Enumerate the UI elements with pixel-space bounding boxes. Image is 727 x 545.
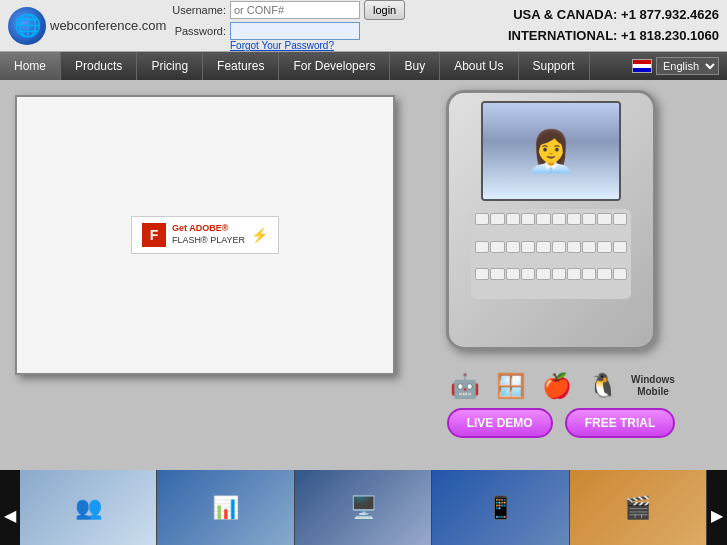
thumb-img-inner-2: 📊 [157,470,293,545]
logo-domain: conference.com [74,18,167,33]
logo-area: webconference.com [8,7,148,45]
username-input[interactable] [230,1,360,19]
key [597,268,611,280]
flash-player-text: FLASH® PLAYER [172,235,245,247]
key [536,268,550,280]
key [475,268,489,280]
key [506,268,520,280]
password-label: Password: [158,25,226,37]
free-trial-button[interactable]: FREE TRIAL [565,408,676,438]
windows-mobile-label: WindowsMobile [631,374,675,398]
login-button[interactable]: login [364,0,405,20]
key [490,268,504,280]
logo-text: webconference.com [50,18,166,34]
nav-spacer [590,52,624,80]
thumb-item-4[interactable]: 📱 Mobile Conferencing [432,470,569,545]
os-icons: 🤖 🪟 🍎 🐧 WindowsMobile [447,368,675,404]
linux-icon: 🐧 [585,368,621,404]
nav-pricing[interactable]: Pricing [137,52,203,80]
international-phone: INTERNATIONAL: +1 818.230.1060 [508,26,719,47]
nav-home[interactable]: Home [0,52,61,80]
key [567,213,581,225]
key [521,213,535,225]
thumb-item-2[interactable]: 📊 PowerPoint [157,470,294,545]
key [475,213,489,225]
login-area: Username: login Password: Forgot Your Pa… [158,0,405,51]
right-panel: 👩‍💼 [410,95,712,455]
phone-screen: 👩‍💼 [481,101,621,201]
username-row: Username: login [158,0,405,20]
key [613,213,627,225]
key [567,241,581,253]
thumb-img-3: 🖥️ [295,470,431,545]
password-input[interactable] [230,22,360,40]
username-label: Username: [158,4,226,16]
cta-buttons: LIVE DEMO FREE TRIAL [447,408,676,438]
nav-for-developers[interactable]: For Developers [279,52,390,80]
language-selector[interactable]: English [624,52,727,80]
nav-support[interactable]: Support [519,52,590,80]
key [490,241,504,253]
navigation: Home Products Pricing Features For Devel… [0,52,727,80]
key [552,268,566,280]
thumb-img-4: 📱 [432,470,568,545]
key [597,213,611,225]
nav-products[interactable]: Products [61,52,137,80]
key [506,213,520,225]
thumb-img-inner-1: 👥 [20,470,156,545]
language-dropdown[interactable]: English [656,57,719,75]
flash-content: F Get ADOBE® FLASH® PLAYER ⚡ [131,216,279,254]
key [506,241,520,253]
flash-badge[interactable]: F Get ADOBE® FLASH® PLAYER ⚡ [131,216,279,254]
prev-arrow[interactable]: ◀ [0,470,20,545]
header: webconference.com Username: login Passwo… [0,0,727,52]
phone-body: 👩‍💼 [446,90,656,350]
thumb-img-inner-4: 📱 [432,470,568,545]
next-arrow[interactable]: ▶ [707,470,727,545]
key [582,268,596,280]
logo-web: web [50,18,74,33]
forgot-password-link[interactable]: Forgot Your Password? [230,40,405,51]
flash-get-text: Get ADOBE® [172,223,245,235]
nav-buy[interactable]: Buy [390,52,440,80]
thumb-img-inner-5: 🎬 [570,470,706,545]
phone-info: USA & CANADA: +1 877.932.4626 INTERNATIO… [508,5,719,47]
key [597,241,611,253]
logo-icon [8,7,46,45]
thumb-img-5: 🎬 [570,470,706,545]
key [613,268,627,280]
flash-badge-icon: ⚡ [251,227,268,243]
thumb-item-5[interactable]: 🎬 Movie Streaming [570,470,707,545]
key [490,213,504,225]
live-demo-button[interactable]: LIVE DEMO [447,408,553,438]
phone-keyboard [471,209,631,299]
nav-features[interactable]: Features [203,52,279,80]
thumbnails-bar: ◀ 👥 Multipoint Video 📊 PowerPoint 🖥️ Scr… [0,470,727,545]
key [536,241,550,253]
usa-canada-phone: USA & CANADA: +1 877.932.4626 [508,5,719,26]
key [536,213,550,225]
flash-icon: F [142,223,166,247]
key [582,241,596,253]
key [521,241,535,253]
main-content: F Get ADOBE® FLASH® PLAYER ⚡ 👩‍💼 [0,80,727,470]
windows-icon: 🪟 [493,368,529,404]
thumb-items: 👥 Multipoint Video 📊 PowerPoint 🖥️ Scree… [20,470,707,545]
key [613,241,627,253]
android-icon: 🤖 [447,368,483,404]
key [567,268,581,280]
key [552,241,566,253]
password-row: Password: [158,22,405,40]
key [582,213,596,225]
flash-panel: F Get ADOBE® FLASH® PLAYER ⚡ [15,95,395,375]
phone-image: 👩‍💼 [446,90,676,360]
flash-label: Get ADOBE® FLASH® PLAYER [172,223,245,246]
apple-icon: 🍎 [539,368,575,404]
thumb-img-inner-3: 🖥️ [295,470,431,545]
phone-screen-person: 👩‍💼 [483,103,619,199]
thumb-img-1: 👥 [20,470,156,545]
key [552,213,566,225]
thumb-item-1[interactable]: 👥 Multipoint Video [20,470,157,545]
nav-about-us[interactable]: About Us [440,52,518,80]
thumb-item-3[interactable]: 🖥️ Screen Sharing [295,470,432,545]
